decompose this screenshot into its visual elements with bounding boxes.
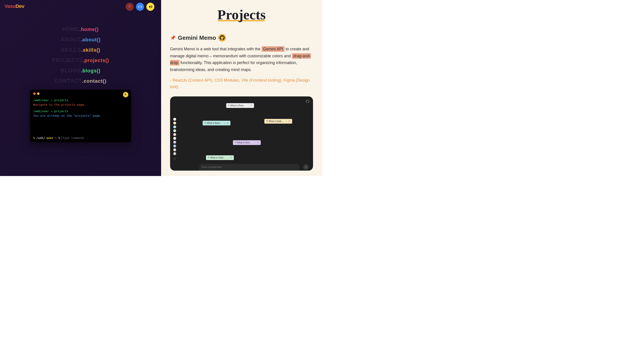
trash-icon[interactable] bbox=[257, 141, 259, 144]
drag-handle-icon[interactable]: ⠿ bbox=[204, 122, 206, 124]
term-prompt: /web/user → bbox=[33, 109, 54, 113]
nav-method: .blogs() bbox=[81, 68, 100, 74]
trash-icon[interactable] bbox=[230, 156, 232, 159]
term-cmd: projects bbox=[54, 98, 68, 102]
terminal-close-dot[interactable] bbox=[33, 92, 36, 95]
code-icon[interactable] bbox=[136, 3, 144, 11]
terminal-body: /web/user → projects Navigate to the pro… bbox=[33, 98, 128, 132]
project-description: Gemini Memo is a web tool that integrate… bbox=[170, 46, 313, 73]
memo-prompt-input[interactable]: Enter a prompt here bbox=[199, 164, 300, 170]
memo-text: What is Qwik.js... bbox=[268, 120, 284, 122]
color-palette bbox=[173, 118, 176, 160]
project-header: 📌 Gemini Memo bbox=[170, 34, 313, 42]
terminal-min-dot[interactable] bbox=[37, 92, 40, 95]
chevron-down-icon[interactable]: ⌄ bbox=[286, 120, 287, 122]
term-user: user bbox=[46, 136, 54, 140]
memo-text: What is Astro?... bbox=[207, 122, 222, 124]
sound-icon[interactable] bbox=[146, 3, 154, 11]
nav-method: .projects() bbox=[83, 58, 109, 63]
term-response: Navigate to the projects page. bbox=[33, 102, 128, 107]
tech-stack: - ReactJs (Context API), CSS Modules, Vi… bbox=[170, 77, 313, 90]
drag-handle-icon[interactable]: ⠿ bbox=[235, 141, 236, 144]
right-panel: Projects 📌 Gemini Memo Gemini Memo is a … bbox=[161, 0, 322, 176]
chevron-down-icon[interactable]: ⌄ bbox=[227, 156, 229, 159]
memo-card[interactable]: ⠿What is Astro?...⌄ bbox=[202, 121, 230, 125]
nav-item-about[interactable]: ABOUT.about() bbox=[60, 36, 100, 43]
nav-label: BLOGS bbox=[60, 67, 81, 74]
drag-handle-icon[interactable]: ⠿ bbox=[208, 156, 209, 159]
palette-color[interactable] bbox=[173, 137, 176, 140]
nav-method: .contact() bbox=[82, 78, 106, 84]
terminal-header bbox=[33, 92, 128, 95]
page-title: Projects bbox=[217, 7, 266, 23]
term-dollar: $ bbox=[33, 136, 35, 140]
memo-text: What is Node.js... bbox=[237, 141, 253, 144]
trash-icon[interactable] bbox=[227, 122, 229, 124]
memo-placeholder: Enter a prompt here bbox=[202, 166, 222, 168]
terminal-clear-button[interactable] bbox=[123, 92, 128, 97]
desc-text: functionality. This application is perfe… bbox=[170, 61, 297, 72]
term-cmd: projects bbox=[54, 109, 68, 113]
chevron-down-icon[interactable]: ⌄ bbox=[224, 122, 226, 124]
memo-preview: ⠿What is React.j...⌄⠿What is Astro?...⌄⠿… bbox=[170, 96, 313, 170]
chevron-down-icon[interactable]: ⌄ bbox=[254, 141, 256, 144]
terminal-input-row: $ /web/user ~ % bbox=[33, 136, 128, 140]
project-name: Gemini Memo bbox=[178, 34, 216, 41]
desc-text: Gemini Memo is a web tool that integrate… bbox=[170, 47, 262, 51]
memo-card[interactable]: ⠿What is Solid.j...⌄ bbox=[206, 155, 234, 160]
term-tilde: ~ % bbox=[55, 136, 60, 140]
highlight-gemini: Gemini API bbox=[262, 46, 284, 52]
magnet-icon[interactable] bbox=[126, 3, 134, 11]
nav-method: .about() bbox=[81, 37, 101, 43]
left-panel: VasuDev HOME.home()ABOUT.about()SKILLS.s… bbox=[0, 0, 161, 176]
term-path: /web/ bbox=[36, 136, 45, 140]
memo-send-button[interactable]: » bbox=[303, 164, 308, 170]
memo-card[interactable]: ⠿What is Node.js...⌄ bbox=[233, 140, 261, 145]
palette-color[interactable] bbox=[173, 133, 176, 136]
memo-card[interactable]: ⠿What is Qwik.js...⌄ bbox=[264, 119, 292, 124]
nav-item-blogs[interactable]: BLOGS.blogs() bbox=[60, 67, 100, 74]
memo-card[interactable]: ⠿What is React.j...⌄ bbox=[226, 103, 254, 108]
drag-handle-icon[interactable]: ⠿ bbox=[266, 120, 268, 122]
logo-part1: Vasu bbox=[4, 3, 16, 9]
logo-part2: Dev bbox=[16, 3, 24, 9]
palette-color[interactable] bbox=[173, 122, 176, 124]
terminal: /web/user → projects Navigate to the pro… bbox=[30, 90, 131, 142]
nav-method: .skills() bbox=[81, 47, 100, 53]
drag-handle-icon[interactable]: ⠿ bbox=[228, 104, 229, 107]
nav-label: HOME bbox=[62, 26, 80, 32]
nav-item-skills[interactable]: SKILLS.skills() bbox=[61, 47, 100, 53]
chevron-down-icon[interactable]: ⌄ bbox=[247, 104, 249, 107]
palette-trash-icon[interactable] bbox=[173, 157, 176, 160]
nav-item-contact[interactable]: CONTACT.contact() bbox=[54, 78, 106, 84]
nav-item-home[interactable]: HOME.home() bbox=[62, 26, 99, 32]
term-response: You are already on the "projects" page. bbox=[33, 113, 128, 118]
nav-menu: HOME.home()ABOUT.about()SKILLS.skills()P… bbox=[4, 26, 156, 84]
term-prompt: /web/user → bbox=[33, 98, 54, 102]
nav-label: PROJECTS bbox=[52, 57, 82, 63]
palette-color[interactable] bbox=[173, 125, 176, 128]
github-link[interactable] bbox=[218, 34, 226, 42]
palette-color[interactable] bbox=[173, 148, 176, 151]
palette-color[interactable] bbox=[173, 118, 176, 121]
pin-icon: 📌 bbox=[170, 35, 176, 41]
nav-item-projects[interactable]: PROJECTS.projects() bbox=[52, 57, 109, 63]
memo-github-icon[interactable] bbox=[306, 100, 310, 104]
memo-text: What is Solid.j... bbox=[210, 156, 226, 159]
memo-text: What is React.j... bbox=[230, 104, 246, 107]
top-icons bbox=[126, 3, 154, 11]
nav-label: CONTACT bbox=[54, 78, 82, 84]
nav-label: SKILLS bbox=[61, 47, 81, 53]
terminal-input[interactable] bbox=[62, 136, 128, 140]
palette-color[interactable] bbox=[173, 129, 176, 132]
trash-icon[interactable] bbox=[288, 120, 290, 122]
nav-label: ABOUT bbox=[60, 36, 80, 43]
palette-color[interactable] bbox=[173, 144, 176, 147]
palette-color[interactable] bbox=[173, 141, 176, 144]
nav-method: .home() bbox=[80, 27, 99, 32]
trash-icon[interactable] bbox=[250, 104, 252, 107]
palette-color[interactable] bbox=[173, 152, 176, 155]
